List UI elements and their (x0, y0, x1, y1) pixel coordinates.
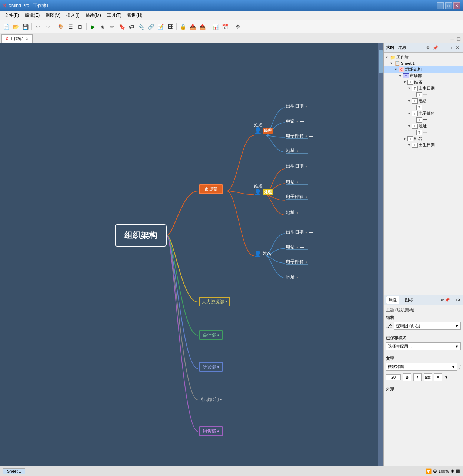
zoom-in-button[interactable]: ⊕ (450, 468, 454, 474)
play-button[interactable]: ▶ (89, 22, 97, 31)
person3-node[interactable]: 👤 姓名 (254, 250, 272, 257)
panel-minimize[interactable]: ─ (450, 36, 456, 42)
outline-item-phone1[interactable]: ▼ T 电话 (384, 98, 463, 104)
outline-item-email1[interactable]: ▼ T 电子邮箱 (384, 110, 463, 117)
export-button[interactable]: 📤 (188, 22, 197, 31)
import-button[interactable]: 📥 (198, 22, 207, 31)
props-pin-icon[interactable]: 📌 (445, 298, 450, 302)
props-minimize-icon[interactable]: ─ (451, 298, 454, 302)
close-button[interactable]: ✕ (453, 2, 460, 9)
line10 (286, 249, 308, 250)
undo-button[interactable]: ↩ (34, 22, 43, 31)
branch-xiaoshou[interactable]: 销售部 ● (199, 426, 223, 436)
fit-button[interactable]: ⊠ (456, 468, 460, 474)
maximize-button[interactable]: □ (445, 2, 452, 9)
vertical-scrollbar[interactable] (378, 43, 383, 466)
canvas-area[interactable]: 组织架构 市场部 👤 经理 出生日期 ● — 电话 ● — 电子邮箱 ● — 地… (0, 43, 383, 466)
note-button[interactable]: 📝 (156, 22, 165, 31)
branch-shichang[interactable]: 市场部 (199, 184, 223, 194)
format2-button[interactable]: ⊞ (76, 22, 84, 31)
props-maximize-icon[interactable]: □ (454, 298, 457, 302)
bold-button[interactable]: B (403, 373, 411, 381)
save-button[interactable]: 💾 (21, 22, 30, 31)
panel-maximize[interactable]: □ (456, 36, 462, 42)
branch-xingzheng[interactable]: 行政部门 ● (199, 395, 224, 404)
app-logo: X (3, 3, 6, 9)
marker-button[interactable]: 🔖 (117, 22, 126, 31)
label-button[interactable]: 🏷 (127, 22, 136, 31)
branch-kuaiji[interactable]: 会计部 ● (199, 330, 223, 340)
theme-button[interactable]: 🎨 (56, 22, 65, 31)
workbook-icon: 📁 (390, 55, 396, 60)
person2-node[interactable]: 👤 处理 (254, 188, 273, 195)
toolbar-sep4 (176, 23, 177, 30)
line4 (286, 153, 308, 154)
outline-settings-icon[interactable]: ⚙ (424, 44, 431, 51)
redo-button[interactable]: ↪ (43, 22, 52, 31)
settings-button[interactable]: ⚙ (233, 22, 242, 31)
tab-workbook1[interactable]: X 工作簿1 ✕ (1, 34, 33, 43)
branch-renli[interactable]: 人力资源部 ● (199, 297, 230, 306)
format-button[interactable]: ☰ (66, 22, 75, 31)
menu-tools[interactable]: 工具(T) (104, 11, 124, 19)
dash3-icon: T (416, 117, 422, 123)
menu-modify[interactable]: 修改(M) (83, 11, 104, 19)
gantt-button[interactable]: 📅 (220, 22, 229, 31)
menu-file[interactable]: 文件(F) (1, 11, 22, 19)
structure-select[interactable]: 逻辑图 (向右) ▼ (394, 322, 461, 330)
outline-item-dash2[interactable]: T 一 (384, 104, 463, 110)
menu-insert[interactable]: 插入(I) (63, 11, 82, 19)
props-tab-icons[interactable]: 图标 (402, 296, 416, 304)
outline-pin-icon[interactable]: 📌 (432, 44, 439, 51)
outline-item-addr1[interactable]: ▼ T 地址 (384, 123, 463, 129)
tab-close-button[interactable]: ✕ (26, 37, 29, 41)
edit-button[interactable]: ✏ (108, 22, 117, 31)
props-content: 主题 (组织架构) 结构 ⎇ 逻辑图 (向右) ▼ 已保存样式 选择并应用...… (384, 305, 463, 466)
menu-help[interactable]: 帮助(H) (124, 11, 146, 19)
outline-item-shichang[interactable]: ▼ M 市场部 (384, 73, 463, 79)
outline-item-sheet1[interactable]: ▼ 📋 Sheet 1 (384, 60, 463, 66)
props-edit-icon[interactable]: ✏ (441, 298, 444, 302)
outline-item-birth2[interactable]: ▼ T 出生日期 (384, 142, 463, 148)
minimize-button[interactable]: ─ (437, 2, 444, 9)
strikethrough-button[interactable]: abc (424, 373, 432, 381)
saved-style-row: 选择并应用... ▼ (386, 342, 461, 350)
branch-yanfa[interactable]: 研发部 ● (199, 362, 223, 372)
present-button[interactable]: 📊 (211, 22, 220, 31)
outline-item-dash1[interactable]: T 一 (384, 91, 463, 98)
outline-filter-label: 过滤 (398, 45, 406, 50)
link-button[interactable]: 🔗 (146, 22, 155, 31)
encrypt-button[interactable]: 🔒 (179, 22, 187, 31)
outline-item-name2[interactable]: ▼ T 姓名 (384, 135, 463, 142)
filter-icon[interactable]: 🔽 (425, 468, 432, 474)
outline-maximize-icon[interactable]: □ (447, 44, 453, 51)
font-italic-icon: f (459, 364, 461, 370)
saved-style-select[interactable]: 选择并应用... ▼ (386, 342, 461, 350)
outline-item-birth1[interactable]: ▼ T 出生日期 (384, 85, 463, 91)
attach-button[interactable]: 📎 (137, 22, 146, 31)
dash2-icon: T (416, 105, 422, 110)
outline-item-dash4[interactable]: T 一 (384, 129, 463, 135)
outline-item-name1[interactable]: ▼ T 姓名 (384, 79, 463, 85)
outline-item-dash3[interactable]: T 一 (384, 117, 463, 123)
italic-button[interactable]: I (413, 373, 422, 381)
sheet-tab[interactable]: Sheet 1 (3, 468, 25, 474)
open-button[interactable]: 📂 (11, 22, 20, 31)
new-button[interactable]: 📄 (1, 22, 10, 31)
zoom-out-button[interactable]: ⊖ (433, 468, 437, 474)
outline-item-org[interactable]: ▼ C 组织架构 (384, 66, 463, 73)
scroll-thumb[interactable] (379, 50, 383, 73)
menu-view[interactable]: 视图(V) (43, 11, 63, 19)
outline-close-icon[interactable]: ✕ (454, 44, 461, 51)
font-select[interactable]: 微软雅黑 ▼ (386, 363, 457, 371)
menu-edit[interactable]: 编辑(E) (22, 11, 43, 19)
style-button[interactable]: ◈ (98, 22, 107, 31)
mindmap-root[interactable]: 组织架构 (115, 224, 167, 247)
font-size-input[interactable] (386, 374, 401, 380)
outline-item-workbook[interactable]: ▼ 📁 工作簿 (384, 54, 463, 60)
img-button[interactable]: 🖼 (166, 22, 174, 31)
outline-minimize-icon[interactable]: ─ (439, 44, 446, 51)
props-close-icon[interactable]: ✕ (457, 298, 461, 302)
align-button[interactable]: ≡ (434, 373, 442, 381)
props-tab-attrs[interactable]: 属性 (386, 296, 399, 304)
